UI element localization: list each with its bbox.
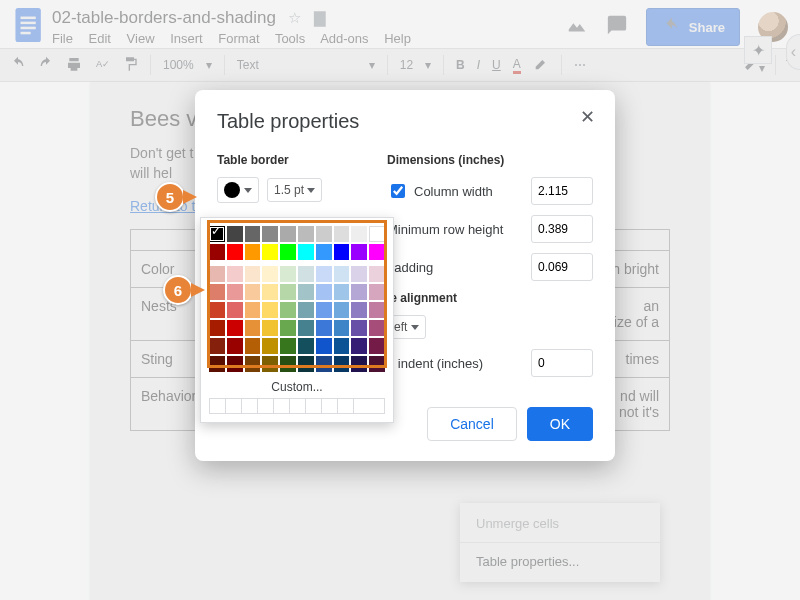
color-swatch[interactable] (227, 226, 243, 242)
zoom-select[interactable]: 100% (163, 58, 194, 72)
style-select[interactable]: Text (237, 58, 357, 72)
color-swatch[interactable] (316, 226, 332, 242)
color-swatch[interactable] (351, 338, 367, 354)
color-swatch[interactable] (262, 338, 278, 354)
color-swatch[interactable] (280, 226, 296, 242)
color-swatch[interactable] (351, 320, 367, 336)
color-swatch[interactable] (262, 320, 278, 336)
undo-icon[interactable] (10, 56, 26, 75)
color-swatch[interactable] (262, 302, 278, 318)
close-icon[interactable]: ✕ (575, 106, 599, 130)
color-swatch[interactable] (262, 244, 278, 260)
star-icon[interactable]: ☆ (288, 9, 301, 26)
color-swatch[interactable] (209, 356, 225, 372)
color-swatch[interactable] (298, 226, 314, 242)
color-swatch[interactable] (209, 244, 225, 260)
color-swatch[interactable] (351, 226, 367, 242)
custom-slot[interactable] (306, 399, 322, 413)
color-swatch[interactable] (369, 356, 385, 372)
color-swatch[interactable] (351, 302, 367, 318)
color-swatch[interactable] (334, 356, 350, 372)
ctx-table-properties[interactable]: Table properties... (460, 547, 660, 576)
menu-format[interactable]: Format (218, 31, 259, 46)
share-button[interactable]: Share (646, 8, 740, 46)
menu-view[interactable]: View (127, 31, 155, 46)
text-color-icon[interactable]: A (513, 57, 521, 74)
docs-logo-icon[interactable] (12, 3, 46, 51)
color-swatch[interactable] (227, 356, 243, 372)
padding-input[interactable] (531, 253, 593, 281)
color-swatch[interactable] (298, 320, 314, 336)
color-swatch[interactable] (262, 266, 278, 282)
cancel-button[interactable]: Cancel (427, 407, 517, 441)
color-swatch[interactable] (298, 302, 314, 318)
custom-slot[interactable] (290, 399, 306, 413)
menu-file[interactable]: File (52, 31, 73, 46)
underline-icon[interactable]: U (492, 58, 501, 72)
color-swatch[interactable] (245, 284, 261, 300)
color-swatch[interactable] (245, 320, 261, 336)
menu-insert[interactable]: Insert (170, 31, 203, 46)
color-swatch[interactable] (369, 338, 385, 354)
color-swatch[interactable] (280, 320, 296, 336)
color-swatch[interactable] (369, 266, 385, 282)
color-swatch[interactable] (351, 356, 367, 372)
explore-fab-icon[interactable]: ✦ (744, 36, 772, 64)
activity-icon[interactable] (566, 14, 588, 40)
color-swatch[interactable] (369, 320, 385, 336)
comments-icon[interactable] (606, 14, 628, 40)
color-swatch[interactable] (334, 302, 350, 318)
color-swatch[interactable] (298, 266, 314, 282)
border-color-button[interactable] (217, 177, 259, 203)
color-swatch[interactable] (227, 338, 243, 354)
color-swatch[interactable] (209, 320, 225, 336)
custom-slot[interactable] (338, 399, 354, 413)
custom-slot[interactable] (242, 399, 258, 413)
color-swatch[interactable] (316, 284, 332, 300)
row-height-input[interactable] (531, 215, 593, 243)
italic-icon[interactable]: I (477, 58, 480, 72)
color-swatch[interactable] (227, 320, 243, 336)
border-width-select[interactable]: 1.5 pt (267, 178, 322, 202)
bold-icon[interactable]: B (456, 58, 465, 72)
color-swatch[interactable] (369, 244, 385, 260)
print-icon[interactable] (66, 56, 82, 75)
color-swatch[interactable] (334, 284, 350, 300)
color-swatch[interactable] (334, 226, 350, 242)
color-swatch[interactable] (209, 266, 225, 282)
color-swatch[interactable] (280, 244, 296, 260)
color-swatch[interactable] (227, 284, 243, 300)
color-swatch[interactable] (209, 226, 225, 242)
color-swatch[interactable] (316, 244, 332, 260)
color-swatch[interactable] (280, 356, 296, 372)
color-swatch[interactable] (369, 226, 385, 242)
ok-button[interactable]: OK (527, 407, 593, 441)
color-swatch[interactable] (316, 266, 332, 282)
menu-edit[interactable]: Edit (89, 31, 111, 46)
color-swatch[interactable] (351, 284, 367, 300)
color-swatch[interactable] (245, 338, 261, 354)
highlight-icon[interactable] (533, 56, 549, 75)
color-swatch[interactable] (227, 302, 243, 318)
color-swatch[interactable] (369, 302, 385, 318)
color-swatch[interactable] (209, 302, 225, 318)
color-swatch[interactable] (351, 244, 367, 260)
color-swatch[interactable] (227, 266, 243, 282)
color-swatch[interactable] (262, 226, 278, 242)
color-swatch[interactable] (298, 356, 314, 372)
color-swatch[interactable] (245, 244, 261, 260)
color-swatch[interactable] (245, 226, 261, 242)
color-swatch[interactable] (369, 284, 385, 300)
menu-tools[interactable]: Tools (275, 31, 305, 46)
color-swatch[interactable] (334, 244, 350, 260)
color-swatch[interactable] (280, 338, 296, 354)
color-swatch[interactable] (262, 356, 278, 372)
color-swatch[interactable] (280, 266, 296, 282)
color-swatch[interactable] (245, 302, 261, 318)
color-swatch[interactable] (227, 244, 243, 260)
color-swatch[interactable] (280, 284, 296, 300)
fontsize-select[interactable]: 12 (400, 58, 413, 72)
custom-slot[interactable] (258, 399, 274, 413)
color-swatch[interactable] (334, 338, 350, 354)
column-width-checkbox[interactable] (391, 184, 405, 198)
